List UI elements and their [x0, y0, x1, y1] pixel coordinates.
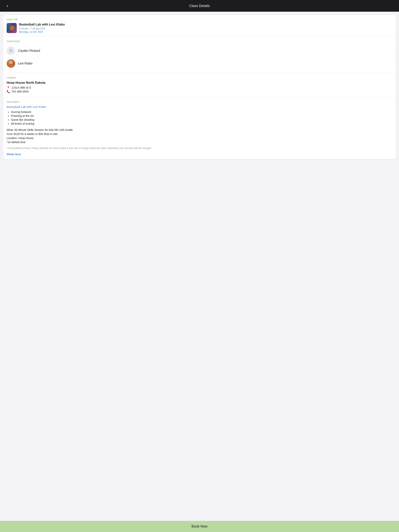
location-name: Hoop House North Dakota [7, 81, 392, 84]
list-item: Scoring footwork [11, 110, 392, 114]
location-phone: 701-306-2004 [12, 90, 28, 93]
back-button[interactable]: ‹ [4, 2, 11, 9]
page-title: Class Details [4, 4, 395, 8]
description-section: Description Basketball Lab with Lexi Kla… [3, 97, 396, 159]
location-address-row: 📍 11514 38th St S [7, 86, 392, 89]
list-item: Game like shooting [11, 118, 392, 121]
what-line: What: 60 Minute Skills Session for kids … [7, 128, 73, 132]
show-less-button[interactable]: Show less [7, 152, 21, 156]
instructor-row-cayden[interactable]: Cayden Rickard › [7, 44, 392, 57]
main-content: Class Info 🏀 Basketball Lab with Lexi Kl… [0, 12, 399, 532]
description-label: Description [7, 100, 392, 103]
book-now-button[interactable]: Book Now [4, 524, 395, 528]
details-card: Class Info 🏀 Basketball Lab with Lexi Kl… [3, 15, 396, 159]
header: ‹ Class Details [0, 0, 399, 12]
cayden-avatar [7, 47, 15, 55]
lexi-photo [7, 59, 15, 68]
footer: Book Now [0, 521, 399, 532]
location-phone-row: 📞 701-306-2004 [7, 90, 392, 93]
cayden-name: Cayden Rickard [18, 49, 391, 53]
class-date: Monday, Jul 08, 2024 [19, 30, 392, 33]
class-info-text: Basketball Lab with Lexi Klabo 6:15 pm -… [19, 23, 392, 33]
svg-point-0 [10, 49, 12, 51]
list-item: All levels of scoring [11, 122, 392, 125]
cancellation-policy: **Cancellation Policy: Please provide 24… [7, 146, 392, 150]
location-section: Location Hoop House North Dakota 📍 11514… [3, 73, 396, 97]
instructor-row-lexi[interactable]: Lexi Klabo › [7, 57, 392, 70]
instructors-label: Instructor(s) [7, 40, 392, 43]
lexi-avatar [7, 59, 15, 68]
class-info-label: Class Info [7, 18, 392, 21]
list-item: Finishing at the rim [11, 114, 392, 117]
instructors-section: Instructor(s) Cayden Rickard › Lexi Klab… [3, 37, 396, 73]
class-info-row: 🏀 Basketball Lab with Lexi Klabo 6:15 pm… [7, 23, 392, 33]
description-list: Scoring footwork Finishing at the rim Ga… [7, 110, 392, 125]
chevron-icon: › [391, 49, 392, 53]
athlete-limit-line: *10 athlete limit [7, 141, 25, 144]
class-thumbnail-image: 🏀 [7, 23, 17, 33]
description-link[interactable]: Basketball Lab with Lexi Klabo [7, 105, 392, 108]
class-thumbnail: 🏀 [7, 23, 17, 33]
location-label: Location [7, 76, 392, 79]
class-title: Basketball Lab with Lexi Klabo [19, 23, 392, 26]
description-details: What: 60 Minute Skills Session for kids … [7, 128, 392, 144]
lexi-name: Lexi Klabo [18, 62, 391, 65]
class-info-section: Class Info 🏀 Basketball Lab with Lexi Kl… [3, 15, 396, 37]
map-pin-icon: 📍 [7, 86, 10, 89]
person-icon [9, 49, 13, 53]
location-address: 11514 38th St S [12, 86, 31, 89]
cost-line: Cost: $120 for 4 weeks or $30 drop in ra… [7, 133, 58, 136]
class-time: 6:15 pm - 7:15 pm CDT [19, 27, 392, 30]
phone-icon: 📞 [7, 90, 10, 93]
chevron-icon-lexi: › [391, 62, 392, 65]
location-line: Location: Hoop House [7, 137, 34, 140]
